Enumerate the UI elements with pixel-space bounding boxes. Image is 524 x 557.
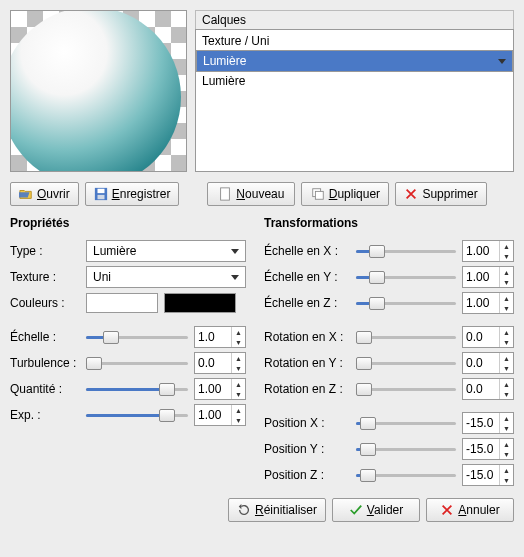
turbulence-label: Turbulence : xyxy=(10,356,80,370)
layer-item[interactable]: Lumière xyxy=(196,50,513,72)
rot-x-label: Rotation en X : xyxy=(264,330,350,344)
quantity-spin[interactable]: ▲▼ xyxy=(194,378,246,400)
pos-z-slider[interactable] xyxy=(356,467,456,483)
pos-y-spin[interactable]: ▲▼ xyxy=(462,438,514,460)
colors-label: Couleurs : xyxy=(10,296,80,310)
pos-x-label: Position X : xyxy=(264,416,350,430)
new-icon xyxy=(218,187,232,201)
rot-y-spin[interactable]: ▲▼ xyxy=(462,352,514,374)
duplicate-icon xyxy=(311,187,325,201)
turbulence-slider[interactable] xyxy=(86,355,188,371)
type-select[interactable]: Lumière xyxy=(86,240,246,262)
pos-y-slider[interactable] xyxy=(356,441,456,457)
reset-button[interactable]: Réinitialiser xyxy=(228,498,326,522)
svg-rect-3 xyxy=(221,188,230,200)
save-button[interactable]: Enregistrer xyxy=(85,182,180,206)
layers-list[interactable]: Texture / Uni Lumière Lumière xyxy=(195,29,514,172)
delete-label: Supprimer xyxy=(422,187,477,201)
reset-label: Réinitialiser xyxy=(255,503,317,517)
exp-slider[interactable] xyxy=(86,407,188,423)
svg-rect-1 xyxy=(97,189,104,193)
preview-sphere xyxy=(10,10,181,172)
texture-label: Texture : xyxy=(10,270,80,284)
material-preview xyxy=(10,10,187,172)
scale-slider[interactable] xyxy=(86,329,188,345)
exp-label: Exp. : xyxy=(10,408,80,422)
layers-title: Calques xyxy=(195,10,514,29)
quantity-slider[interactable] xyxy=(86,381,188,397)
rot-x-slider[interactable] xyxy=(356,329,456,345)
rot-y-slider[interactable] xyxy=(356,355,456,371)
scale-z-spin[interactable]: ▲▼ xyxy=(462,292,514,314)
open-label: Ouvrir xyxy=(37,187,70,201)
pos-y-label: Position Y : xyxy=(264,442,350,456)
scale-y-label: Échelle en Y : xyxy=(264,270,350,284)
scale-y-slider[interactable] xyxy=(356,269,456,285)
transforms-title: Transformations xyxy=(264,216,514,230)
refresh-icon xyxy=(237,503,251,517)
save-icon xyxy=(94,187,108,201)
turbulence-spin[interactable]: ▲▼ xyxy=(194,352,246,374)
cancel-button[interactable]: Annuler xyxy=(426,498,514,522)
ok-label: Valider xyxy=(367,503,403,517)
ok-button[interactable]: Valider xyxy=(332,498,420,522)
scale-x-label: Échelle en X : xyxy=(264,244,350,258)
rot-z-slider[interactable] xyxy=(356,381,456,397)
scale-x-spin[interactable]: ▲▼ xyxy=(462,240,514,262)
scale-spin[interactable]: ▲▼ xyxy=(194,326,246,348)
type-label: Type : xyxy=(10,244,80,258)
folder-open-icon xyxy=(19,187,33,201)
delete-icon xyxy=(404,187,418,201)
scale-x-slider[interactable] xyxy=(356,243,456,259)
pos-z-spin[interactable]: ▲▼ xyxy=(462,464,514,486)
svg-rect-5 xyxy=(315,191,323,199)
properties-title: Propriétés xyxy=(10,216,246,230)
rot-y-label: Rotation en Y : xyxy=(264,356,350,370)
delete-button[interactable]: Supprimer xyxy=(395,182,486,206)
check-icon xyxy=(349,503,363,517)
scale-z-slider[interactable] xyxy=(356,295,456,311)
duplicate-button[interactable]: Dupliquer xyxy=(301,182,389,206)
svg-rect-2 xyxy=(97,195,104,199)
texture-select[interactable]: Uni xyxy=(86,266,246,288)
rot-z-spin[interactable]: ▲▼ xyxy=(462,378,514,400)
open-button[interactable]: Ouvrir xyxy=(10,182,79,206)
rot-z-label: Rotation en Z : xyxy=(264,382,350,396)
quantity-label: Quantité : xyxy=(10,382,80,396)
exp-spin[interactable]: ▲▼ xyxy=(194,404,246,426)
cancel-icon xyxy=(440,503,454,517)
pos-z-label: Position Z : xyxy=(264,468,350,482)
new-label: Nouveau xyxy=(236,187,284,201)
duplicate-label: Dupliquer xyxy=(329,187,380,201)
color-1-swatch[interactable] xyxy=(86,293,158,313)
scale-label: Échelle : xyxy=(10,330,80,344)
scale-y-spin[interactable]: ▲▼ xyxy=(462,266,514,288)
pos-x-spin[interactable]: ▲▼ xyxy=(462,412,514,434)
cancel-label: Annuler xyxy=(458,503,499,517)
new-button[interactable]: Nouveau xyxy=(207,182,295,206)
scale-z-label: Échelle en Z : xyxy=(264,296,350,310)
layer-item[interactable]: Texture / Uni xyxy=(196,32,513,50)
color-2-swatch[interactable] xyxy=(164,293,236,313)
save-label: Enregistrer xyxy=(112,187,171,201)
layer-item[interactable]: Lumière xyxy=(196,72,513,90)
pos-x-slider[interactable] xyxy=(356,415,456,431)
rot-x-spin[interactable]: ▲▼ xyxy=(462,326,514,348)
